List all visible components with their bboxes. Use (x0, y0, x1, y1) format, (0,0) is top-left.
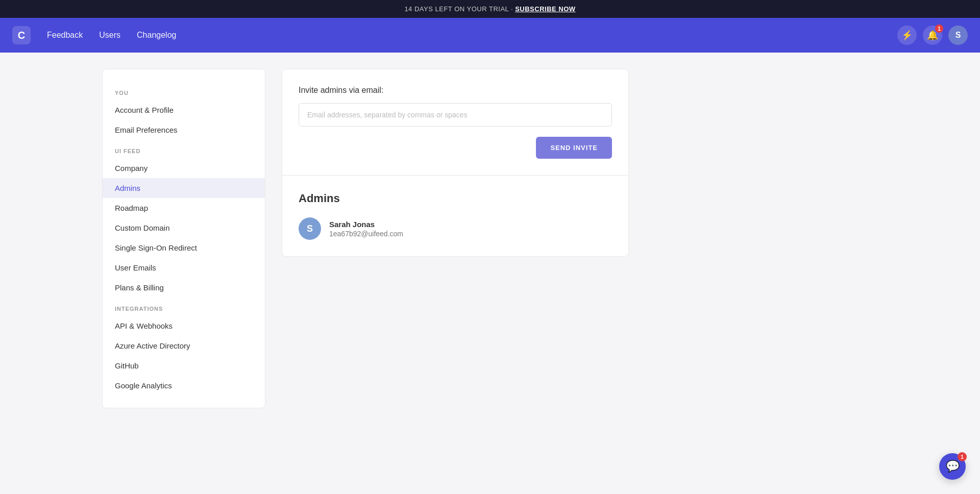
sidebar-item-github[interactable]: GitHub (103, 356, 265, 376)
subscribe-link[interactable]: SUBSCRIBE NOW (515, 5, 575, 13)
lightning-icon-button[interactable]: ⚡ (897, 26, 917, 45)
sidebar-item-admins[interactable]: Admins (103, 178, 265, 198)
sidebar-item-plans-billing[interactable]: Plans & Billing (103, 278, 265, 298)
sidebar-item-company[interactable]: Company (103, 158, 265, 178)
sidebar-item-account-profile[interactable]: Account & Profile (103, 100, 265, 120)
sidebar-item-azure-ad[interactable]: Azure Active Directory (103, 336, 265, 356)
invite-section: Invite admins via email: SEND INVITE (282, 69, 628, 175)
admin-email: 1ea67b92@uifeed.com (329, 230, 403, 238)
navbar-actions: ⚡ 🔔 1 S (897, 26, 968, 45)
admin-name: Sarah Jonas (329, 220, 403, 229)
nav-users[interactable]: Users (99, 31, 120, 40)
invite-email-input[interactable] (299, 103, 612, 127)
admin-info: Sarah Jonas 1ea67b92@uifeed.com (329, 220, 403, 238)
page-layout: YOU Account & Profile Email Preferences … (0, 53, 980, 494)
sidebar-item-google-analytics[interactable]: Google Analytics (103, 376, 265, 396)
notifications-button[interactable]: 🔔 1 (923, 26, 942, 45)
logo[interactable]: C (12, 26, 31, 44)
sidebar-item-roadmap[interactable]: Roadmap (103, 198, 265, 218)
admins-section: Admins S Sarah Jonas 1ea67b92@uifeed.com (282, 176, 628, 256)
chat-badge: 1 (958, 452, 967, 461)
sidebar-item-sso[interactable]: Single Sign-On Redirect (103, 238, 265, 258)
nav-changelog[interactable]: Changelog (137, 31, 176, 40)
trial-text: 14 DAYS LEFT ON YOUR TRIAL · (404, 5, 515, 13)
notification-badge: 1 (935, 24, 943, 33)
send-invite-button[interactable]: SEND INVITE (536, 137, 612, 159)
sidebar-section-you: YOU (103, 82, 265, 100)
sidebar: YOU Account & Profile Email Preferences … (102, 69, 265, 408)
combined-card: Invite admins via email: SEND INVITE Adm… (282, 69, 629, 257)
send-invite-row: SEND INVITE (299, 137, 612, 159)
sidebar-item-user-emails[interactable]: User Emails (103, 258, 265, 278)
invite-label: Invite admins via email: (299, 86, 612, 95)
sidebar-item-custom-domain[interactable]: Custom Domain (103, 218, 265, 238)
user-avatar[interactable]: S (948, 26, 968, 45)
trial-banner: 14 DAYS LEFT ON YOUR TRIAL · SUBSCRIBE N… (0, 0, 980, 18)
sidebar-section-integrations: INTEGRATIONS (103, 298, 265, 316)
sidebar-item-api-webhooks[interactable]: API & Webhooks (103, 316, 265, 336)
sidebar-section-uifeed: UI FEED (103, 140, 265, 158)
navbar: C Feedback Users Changelog ⚡ 🔔 1 S (0, 18, 980, 53)
chat-button[interactable]: 💬 1 (939, 453, 966, 480)
main-content: Invite admins via email: SEND INVITE Adm… (282, 69, 629, 479)
admins-title: Admins (299, 192, 612, 205)
table-row: S Sarah Jonas 1ea67b92@uifeed.com (299, 217, 612, 240)
avatar: S (299, 217, 321, 240)
navbar-links: Feedback Users Changelog (47, 31, 897, 40)
sidebar-item-email-preferences[interactable]: Email Preferences (103, 120, 265, 140)
nav-feedback[interactable]: Feedback (47, 31, 83, 40)
